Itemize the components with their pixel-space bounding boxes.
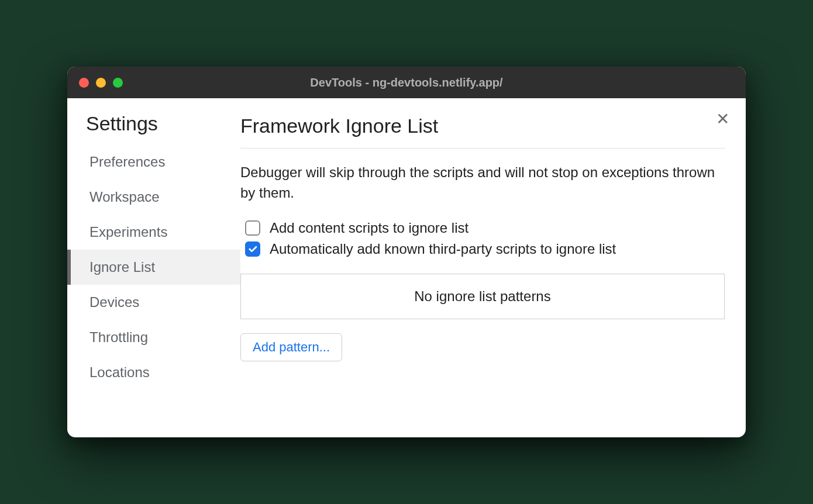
titlebar: DevTools - ng-devtools.netlify.app/ — [67, 67, 746, 98]
sidebar-title: Settings — [67, 112, 240, 144]
content-area: ✕ Settings Preferences Workspace Experim… — [67, 98, 746, 437]
traffic-lights — [79, 78, 123, 88]
checkbox-content-scripts[interactable] — [245, 220, 260, 236]
checkbox-row-content-scripts: Add content scripts to ignore list — [240, 220, 725, 236]
page-title: Framework Ignore List — [240, 115, 725, 149]
window-title: DevTools - ng-devtools.netlify.app/ — [310, 76, 502, 89]
checkbox-third-party[interactable] — [245, 241, 260, 257]
patterns-empty-state: No ignore list patterns — [240, 274, 725, 319]
checkbox-row-third-party: Automatically add known third-party scri… — [240, 241, 725, 257]
main-panel: Framework Ignore List Debugger will skip… — [240, 98, 746, 437]
description-text: Debugger will skip through the scripts a… — [240, 163, 725, 203]
settings-sidebar: Settings Preferences Workspace Experimen… — [67, 98, 240, 437]
sidebar-item-experiments[interactable]: Experiments — [67, 215, 240, 250]
checkbox-label: Automatically add known third-party scri… — [270, 241, 616, 257]
window-minimize-button[interactable] — [96, 78, 106, 88]
sidebar-item-throttling[interactable]: Throttling — [67, 320, 240, 355]
sidebar-item-ignore-list[interactable]: Ignore List — [67, 250, 240, 285]
close-icon[interactable]: ✕ — [716, 111, 729, 127]
sidebar-item-devices[interactable]: Devices — [67, 285, 240, 320]
add-pattern-button[interactable]: Add pattern... — [240, 333, 342, 361]
checkmark-icon — [247, 244, 258, 254]
window-maximize-button[interactable] — [113, 78, 123, 88]
sidebar-item-preferences[interactable]: Preferences — [67, 144, 240, 179]
checkbox-label: Add content scripts to ignore list — [270, 220, 468, 236]
window-close-button[interactable] — [79, 78, 89, 88]
devtools-settings-window: DevTools - ng-devtools.netlify.app/ ✕ Se… — [67, 67, 746, 437]
sidebar-item-workspace[interactable]: Workspace — [67, 179, 240, 215]
sidebar-item-locations[interactable]: Locations — [67, 355, 240, 390]
